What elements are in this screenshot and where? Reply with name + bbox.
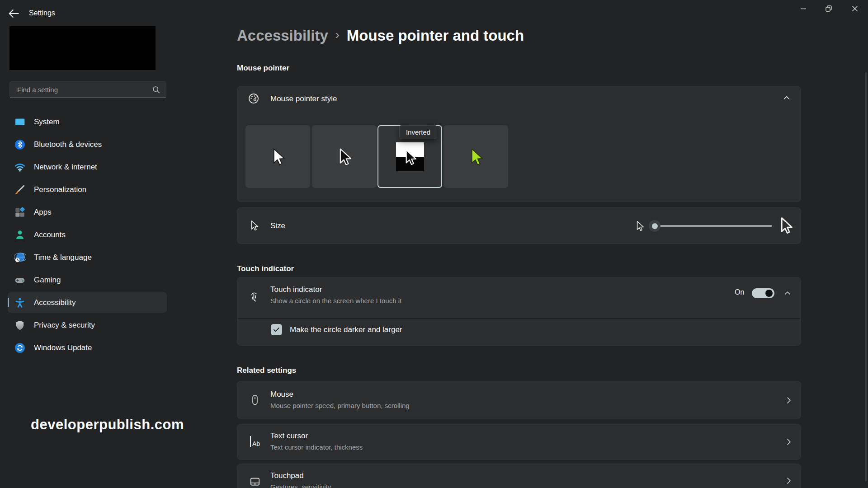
tooltip: Inverted — [399, 125, 437, 139]
sidebar-item-accounts[interactable]: Accounts — [8, 225, 167, 245]
sidebar-item-label: Time & language — [34, 253, 92, 262]
size-label: Size — [270, 221, 285, 230]
vertical-scrollbar[interactable] — [865, 72, 867, 481]
chevron-right-icon — [785, 396, 793, 406]
breadcrumb-separator-icon: › — [335, 28, 340, 42]
section-header-related-settings: Related settings — [237, 366, 296, 375]
pointer-style-custom-tile[interactable] — [443, 125, 508, 188]
text-cursor-icon: Ab — [250, 436, 260, 447]
black-pointer-icon — [335, 147, 354, 167]
sidebar-item-label: System — [34, 117, 60, 127]
sidebar-item-label: Personalization — [34, 185, 86, 194]
minimize-icon — [799, 5, 807, 13]
text-cursor-bar — [250, 436, 251, 447]
privacy-shield-icon — [14, 319, 26, 331]
touchpad-icon — [249, 476, 261, 488]
maximize-button[interactable] — [818, 1, 839, 16]
related-touchpad-title: Touchpad — [270, 471, 304, 480]
mouse-icon — [249, 394, 261, 408]
back-button[interactable] — [6, 6, 21, 23]
close-icon — [851, 5, 859, 13]
related-mouse-row[interactable]: Mouse Mouse pointer speed, primary butto… — [237, 381, 801, 419]
section-header-mouse-pointer: Mouse pointer — [237, 64, 289, 73]
breadcrumb-parent[interactable]: Accessibility — [237, 27, 328, 44]
related-touchpad-row[interactable]: Touchpad Gestures, sensitivity — [237, 464, 801, 488]
minimize-button[interactable] — [793, 1, 814, 16]
page-title: Mouse pointer and touch — [347, 27, 524, 44]
related-text-cursor-subtitle: Text cursor indicator, thickness — [270, 443, 363, 451]
mouse-pointer-style-card: Mouse pointer style Inverted — [237, 86, 801, 202]
sidebar-item-time-language[interactable]: Time & language — [8, 247, 167, 267]
sidebar-item-accessibility[interactable]: Accessibility — [8, 292, 167, 313]
touch-expander-button[interactable] — [783, 289, 792, 299]
touch-indicator-card: Touch indicator Show a circle on the scr… — [237, 277, 801, 346]
collapse-expander-button[interactable] — [782, 94, 791, 104]
chevron-right-icon — [785, 438, 793, 448]
close-button[interactable] — [844, 1, 865, 16]
sidebar-item-system[interactable]: System — [8, 112, 167, 132]
back-arrow-icon — [6, 6, 21, 21]
size-slider-track[interactable] — [650, 225, 772, 227]
bluetooth-icon — [14, 139, 26, 150]
related-text-cursor-row[interactable]: Ab Text cursor Text cursor indicator, th… — [237, 424, 801, 460]
pointer-style-white-tile[interactable] — [245, 125, 310, 188]
sidebar-item-label: Windows Update — [34, 343, 92, 352]
selected-accent-bar — [8, 298, 9, 307]
size-slider-thumb-dot — [652, 223, 658, 229]
sidebar-item-label: Apps — [34, 208, 52, 217]
sidebar-item-bluetooth[interactable]: Bluetooth & devices — [8, 134, 167, 155]
section-header-touch-indicator: Touch indicator — [237, 264, 294, 273]
sidebar-item-network[interactable]: Network & internet — [8, 157, 167, 177]
network-icon — [14, 161, 26, 173]
toggle-knob — [765, 290, 773, 297]
sidebar-item-apps[interactable]: Apps — [8, 202, 167, 222]
related-text-cursor-title: Text cursor — [270, 432, 308, 441]
related-mouse-subtitle: Mouse pointer speed, primary button, scr… — [270, 402, 410, 409]
touch-indicator-toggle[interactable] — [752, 288, 774, 298]
sidebar-item-windows-update[interactable]: Windows Update — [8, 338, 167, 358]
sidebar-item-label: Gaming — [34, 276, 61, 285]
checkmark-icon — [273, 326, 280, 333]
windows-update-icon — [14, 342, 26, 354]
sidebar-item-gaming[interactable]: Gaming — [8, 270, 167, 290]
sidebar-item-privacy[interactable]: Privacy & security — [8, 315, 167, 335]
touch-indicator-title: Touch indicator — [270, 285, 322, 294]
gaming-icon — [14, 274, 26, 286]
darker-circle-checkbox[interactable] — [271, 324, 282, 335]
inverted-pointer-icon — [396, 142, 424, 171]
redacted-account-area — [9, 26, 156, 70]
chevron-up-icon — [783, 289, 792, 297]
watermark-text: developerpublish.com — [31, 417, 184, 433]
toggle-state-label: On — [735, 288, 744, 296]
restore-icon — [825, 5, 833, 13]
sidebar-item-label: Privacy & security — [34, 321, 95, 330]
search-input[interactable] — [17, 86, 152, 94]
search-icon — [152, 85, 160, 94]
breadcrumb: Accessibility › Mouse pointer and touch — [237, 27, 524, 44]
window-title: Settings — [29, 9, 55, 17]
size-slider-thumb[interactable] — [649, 220, 660, 232]
chevron-right-icon — [785, 477, 793, 487]
system-icon — [14, 116, 26, 128]
sidebar-item-label: Bluetooth & devices — [34, 140, 102, 149]
white-pointer-icon — [268, 147, 288, 167]
pointer-style-black-tile[interactable] — [312, 125, 377, 188]
small-pointer-icon — [248, 220, 260, 233]
personalization-icon — [14, 184, 26, 196]
related-mouse-title: Mouse — [270, 390, 293, 399]
pointer-size-card: Size — [237, 207, 801, 244]
green-pointer-icon — [466, 147, 486, 167]
touch-indicator-icon — [248, 291, 260, 305]
pointer-style-icon — [247, 92, 260, 107]
sidebar-item-label: Network & internet — [34, 163, 97, 172]
sidebar-item-label: Accounts — [34, 230, 66, 239]
touch-indicator-subtitle: Show a circle on the screen where I touc… — [270, 297, 401, 305]
text-cursor-ab: Ab — [252, 441, 260, 447]
size-max-pointer-icon — [776, 216, 795, 237]
related-touchpad-subtitle: Gestures, sensitivity — [270, 483, 331, 488]
search-box[interactable] — [9, 81, 166, 98]
darker-circle-checkbox-label[interactable]: Make the circle darker and larger — [290, 325, 402, 334]
sidebar-item-personalization[interactable]: Personalization — [8, 179, 167, 200]
card-divider — [238, 318, 800, 319]
tooltip-text: Inverted — [406, 128, 430, 136]
